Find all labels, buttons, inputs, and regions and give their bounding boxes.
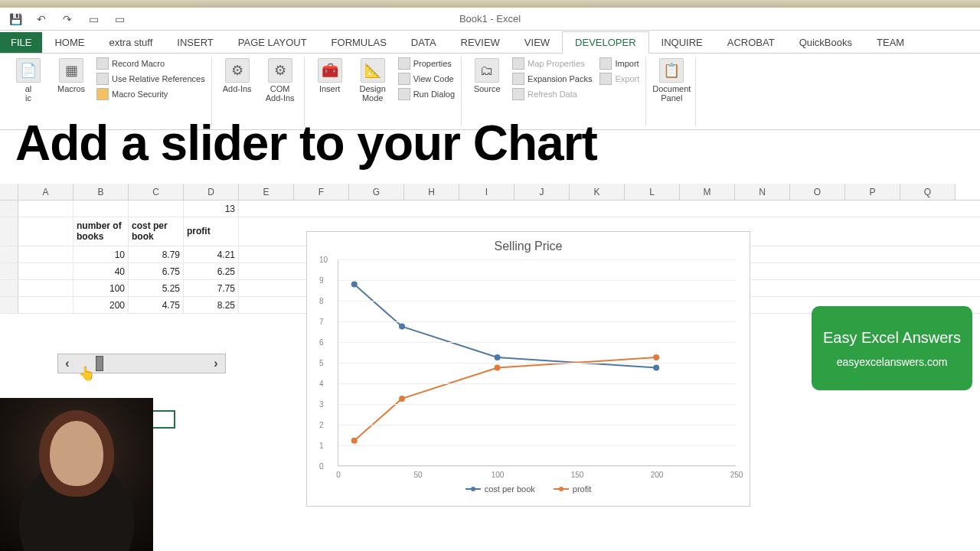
svg-point-2 (495, 354, 501, 360)
table-cell[interactable]: 4.75 (129, 297, 184, 313)
badge-url: easyexcelanswers.com (837, 356, 948, 368)
table-cell[interactable]: 10 (74, 246, 129, 262)
col-header[interactable]: O (790, 184, 845, 200)
table-cell[interactable]: 200 (74, 297, 129, 313)
table-cell[interactable]: 40 (74, 263, 129, 279)
col-header[interactable]: M (680, 184, 735, 200)
source-button[interactable]: 🗂Source (468, 57, 506, 95)
tab-team[interactable]: TEAM (864, 32, 916, 53)
svg-point-5 (399, 396, 405, 402)
col-header[interactable]: B (74, 184, 129, 200)
ribbon-tabs: FILE HOME extra stuff INSERT PAGE LAYOUT… (0, 31, 980, 54)
tab-data[interactable]: DATA (399, 32, 449, 53)
chart-selling-price[interactable]: Selling Price 01234567891005010015020025… (306, 231, 750, 507)
svg-point-1 (399, 324, 405, 330)
tab-review[interactable]: REVIEW (449, 32, 512, 53)
plot-area: 012345678910050100150200250 (338, 259, 736, 466)
record-macro-button[interactable]: Record Macro (95, 57, 207, 70)
undo-icon[interactable]: ↶ (32, 10, 51, 28)
col-header[interactable]: L (625, 184, 680, 200)
map-properties-button[interactable]: Map Properties (511, 57, 593, 70)
col-header[interactable]: G (349, 184, 404, 200)
qat-icon[interactable]: ▭ (84, 10, 103, 28)
video-title-overlay: Add a slider to your Chart (15, 115, 597, 171)
col-header[interactable]: I (459, 184, 514, 200)
scrollbar-left-arrow-icon[interactable]: ‹ (58, 354, 77, 373)
visual-basic-button[interactable]: 📄alic (9, 57, 47, 104)
quick-access-toolbar: 💾 ↶ ↷ ▭ ▭ Book1 - Excel (0, 8, 980, 31)
badge-title: Easy Excel Answers (823, 329, 961, 347)
header-cost-per-book[interactable]: cost per book (129, 217, 184, 246)
presenter-photo (0, 398, 153, 551)
svg-point-6 (495, 364, 501, 370)
refresh-data-button[interactable]: Refresh Data (511, 87, 593, 101)
svg-point-0 (351, 282, 358, 288)
col-header[interactable]: P (845, 184, 900, 200)
col-header[interactable]: C (129, 184, 184, 200)
tab-inquire[interactable]: INQUIRE (649, 32, 715, 53)
table-cell[interactable]: 7.75 (184, 280, 239, 296)
col-header[interactable]: E (239, 184, 294, 200)
tab-insert[interactable]: INSERT (165, 32, 225, 53)
scrollbar-control[interactable]: ‹ › (57, 354, 226, 373)
col-header[interactable]: F (294, 184, 349, 200)
tab-view[interactable]: VIEW (512, 32, 562, 53)
table-cell[interactable]: 8.25 (184, 297, 239, 313)
view-code-button[interactable]: View Code (397, 72, 456, 86)
col-header[interactable]: K (570, 184, 625, 200)
tab-file[interactable]: FILE (0, 32, 42, 53)
col-header[interactable]: H (404, 184, 459, 200)
table-cell[interactable]: 6.25 (184, 263, 239, 279)
column-headers: A B C D E F G H I J K L M N O P Q (0, 184, 980, 201)
group-modify: 📋Document Panel (648, 57, 696, 126)
expansion-packs-button[interactable]: Expansion Packs (511, 72, 593, 86)
qat-icon[interactable]: ▭ (110, 10, 129, 28)
cells-area[interactable]: 13 number of books cost per book profit … (0, 201, 980, 314)
header-number-of-books[interactable]: number of books (74, 217, 129, 246)
chart-legend: .lk:nth-child(1) .sw::after{background:#… (315, 484, 742, 494)
cell-d1[interactable]: 13 (184, 201, 239, 217)
legend-item-cost: .lk:nth-child(1) .sw::after{background:#… (466, 484, 535, 494)
col-header[interactable]: Q (900, 184, 956, 200)
channel-badge: Easy Excel Answers easyexcelanswers.com (812, 306, 972, 390)
use-relative-references-button[interactable]: Use Relative References (95, 72, 207, 86)
tab-home[interactable]: HOME (42, 32, 96, 53)
macros-button[interactable]: ▦Macros (52, 57, 90, 95)
scrollbar-right-arrow-icon[interactable]: › (207, 354, 225, 373)
design-mode-button[interactable]: 📐Design Mode (354, 57, 392, 104)
window-title: Book1 - Excel (459, 13, 521, 24)
properties-button[interactable]: Properties (397, 57, 456, 70)
legend-item-profit: .lk:nth-child(2) .sw::after{background:#… (554, 484, 591, 494)
macro-security-button[interactable]: Macro Security (95, 87, 207, 101)
col-header[interactable]: J (514, 184, 570, 200)
select-all-corner[interactable] (0, 184, 18, 200)
col-header[interactable]: N (735, 184, 790, 200)
header-profit[interactable]: profit (184, 217, 239, 246)
com-addins-button[interactable]: ⚙COM Add-Ins (261, 57, 299, 104)
insert-control-button[interactable]: 🧰Insert (311, 57, 349, 95)
import-button[interactable]: Import (598, 57, 641, 70)
run-dialog-button[interactable]: Run Dialog (397, 87, 456, 101)
addins-button[interactable]: ⚙Add-Ins (218, 57, 256, 95)
table-cell[interactable]: 100 (74, 280, 129, 296)
col-header[interactable]: A (18, 184, 74, 200)
table-cell[interactable]: 6.75 (129, 263, 184, 279)
document-panel-button[interactable]: 📋Document Panel (652, 57, 691, 104)
tab-extra-stuff[interactable]: extra stuff (96, 32, 165, 53)
export-button[interactable]: Export (598, 72, 641, 86)
redo-icon[interactable]: ↷ (58, 10, 77, 28)
tab-acrobat[interactable]: ACROBAT (715, 32, 787, 53)
svg-point-3 (653, 364, 659, 370)
tab-page-layout[interactable]: PAGE LAYOUT (226, 32, 319, 53)
tab-quickbooks[interactable]: QuickBooks (787, 32, 864, 53)
tab-developer[interactable]: DEVELOPER (562, 31, 648, 54)
table-cell[interactable]: 4.21 (184, 246, 239, 262)
table-cell[interactable]: 8.79 (129, 246, 184, 262)
col-header[interactable]: D (184, 184, 239, 200)
save-icon[interactable]: 💾 (6, 10, 24, 28)
scrollbar-track[interactable] (77, 354, 207, 373)
table-cell[interactable]: 5.25 (129, 280, 184, 296)
chart-title: Selling Price (315, 240, 742, 253)
scrollbar-thumb[interactable] (96, 356, 103, 371)
tab-formulas[interactable]: FORMULAS (319, 32, 399, 53)
